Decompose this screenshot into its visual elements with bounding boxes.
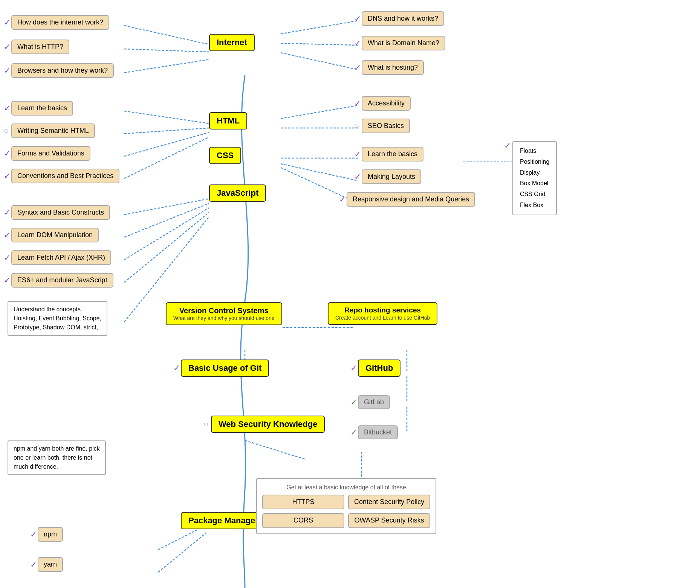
dom-item: Learn DOM Manipulation xyxy=(11,228,99,242)
check-bitbucket: ✓ xyxy=(350,428,357,437)
check-npm: ✓ xyxy=(30,530,37,539)
internet-left-1: ✓ How does the internet work? xyxy=(11,15,109,30)
js-box: JavaScript xyxy=(209,184,266,202)
check-gitlab: ✓ xyxy=(350,398,357,407)
seo-item: SEO Basics xyxy=(362,119,410,133)
fetch-item: Learn Fetch API / Ajax (XHR) xyxy=(11,250,111,265)
html-box: HTML xyxy=(209,112,247,129)
css-sublist-box: FloatsPositioningDisplayBox ModelCSS Gri… xyxy=(512,141,557,215)
check-conventions: ✓ xyxy=(4,171,11,181)
check-github: ✓ xyxy=(350,363,357,373)
svg-line-9 xyxy=(124,137,209,178)
internet-right-2: ✓ What is Domain Name? xyxy=(362,36,445,50)
html-right-2: ○ SEO Basics xyxy=(362,119,410,133)
check-accessibility: ✓ xyxy=(354,99,361,108)
svg-line-26 xyxy=(245,440,305,459)
check-icon-r1: ✓ xyxy=(354,14,361,24)
internet-node: Internet xyxy=(209,34,255,51)
bitbucket-node: ✓ Bitbucket xyxy=(358,425,398,439)
github-box: GitHub xyxy=(358,360,400,377)
check-icon-3: ✓ xyxy=(4,66,11,76)
svg-line-13 xyxy=(281,164,358,181)
github-label: GitHub xyxy=(365,363,393,373)
npm-box: npm xyxy=(38,527,63,542)
repo-hosting-sub: Create account and Learn to use GitHub xyxy=(335,315,430,321)
internet-right-3: ✓ What is hosting? xyxy=(362,60,424,75)
owasp-item: OWASP Security Risks xyxy=(348,513,430,528)
check-icon-r3: ✓ xyxy=(354,63,361,73)
check-icon-r2: ✓ xyxy=(354,38,361,48)
check-yarn: ✓ xyxy=(30,560,37,570)
security-details-title: Get at least a basic knowledge of all of… xyxy=(262,484,430,491)
html-left-3: ✓ Forms and Validations xyxy=(11,146,90,161)
vcs-sub: What are they and why you should use one xyxy=(173,315,275,321)
web-security-label: Web Security Knowledge xyxy=(219,419,317,429)
bitbucket-box: Bitbucket xyxy=(358,425,398,439)
js-concepts: Understand the concepts Hoisting, Event … xyxy=(8,301,107,336)
html-left-2: ○ Writing Semantic HTML xyxy=(11,123,95,138)
check-learn-basics: ✓ xyxy=(4,104,11,113)
npm-node: ✓ npm xyxy=(38,527,63,542)
js-left-4: ✓ ES6+ and modular JavaScript xyxy=(11,273,113,288)
conventions-item: Conventions and Best Practices xyxy=(11,169,119,183)
css-right-1: ✓ Learn the basics xyxy=(362,147,423,161)
css-sublist: ✓ FloatsPositioningDisplayBox ModelCSS G… xyxy=(512,141,557,215)
check-icon-2: ✓ xyxy=(4,42,11,52)
check-seo: ○ xyxy=(354,121,359,131)
svg-line-7 xyxy=(124,128,209,134)
check-es6: ✓ xyxy=(4,276,11,285)
internet-label: Internet xyxy=(217,38,247,47)
forms-item: Forms and Validations xyxy=(11,146,90,161)
repo-hosting-label: Repo hosting services xyxy=(335,306,430,315)
https-item: HTTPS xyxy=(262,495,344,509)
css-basics-item: Learn the basics xyxy=(362,147,423,161)
check-css-basics: ✓ xyxy=(354,149,361,159)
accessibility-item: Accessibility xyxy=(362,96,411,111)
semantic-html-item: Writing Semantic HTML xyxy=(11,123,95,138)
npm-note-box: npm and yarn both are fine, pickone or l… xyxy=(8,440,106,475)
html-node: HTML xyxy=(209,112,247,129)
check-fetch: ✓ xyxy=(4,253,11,263)
security-details-node: Get at least a basic knowledge of all of… xyxy=(256,478,436,534)
git-box: Basic Usage of Git xyxy=(181,360,269,377)
js-left-3: ✓ Learn Fetch API / Ajax (XHR) xyxy=(11,250,111,265)
svg-line-10 xyxy=(281,105,358,119)
repo-hosting-node: Repo hosting services Create account and… xyxy=(328,302,437,325)
svg-line-18 xyxy=(124,208,209,260)
svg-line-8 xyxy=(124,133,209,156)
gitlab-box: GitLab xyxy=(358,395,390,409)
check-semantic: ○ xyxy=(4,126,9,136)
vcs-box: Version Control Systems What are they an… xyxy=(166,302,282,325)
svg-line-5 xyxy=(281,53,358,70)
internet-item-2: What is HTTP? xyxy=(11,40,69,54)
web-security-box: Web Security Knowledge xyxy=(211,416,325,433)
js-node: JavaScript xyxy=(209,184,266,202)
js-concepts-box: Understand the concepts Hoisting, Event … xyxy=(8,301,107,336)
responsive-item: Responsive design and Media Queries xyxy=(347,192,475,207)
svg-line-28 xyxy=(158,533,206,572)
svg-line-4 xyxy=(281,43,358,45)
csp-item: Content Security Policy xyxy=(348,495,430,509)
internet-item-3: Browsers and how they work? xyxy=(11,63,114,78)
syntax-item: Syntax and Basic Constructs xyxy=(11,205,110,220)
css-node: CSS xyxy=(209,147,241,164)
internet-item-1: How does the internet work? xyxy=(11,15,109,30)
npm-note: npm and yarn both are fine, pickone or l… xyxy=(8,440,106,475)
vcs-node: Version Control Systems What are they an… xyxy=(166,302,282,325)
package-managers-label: Package Managers xyxy=(188,516,263,525)
check-websec: ○ xyxy=(203,419,208,429)
check-sublist: ✓ xyxy=(504,141,511,151)
html-right-1: ✓ Accessibility xyxy=(362,96,411,111)
html-left-4: ✓ Conventions and Best Practices xyxy=(11,169,119,183)
hosting-item: What is hosting? xyxy=(362,60,424,75)
check-forms: ✓ xyxy=(4,149,11,158)
security-details-box: Get at least a basic knowledge of all of… xyxy=(256,478,436,534)
learn-basics-item: Learn the basics xyxy=(11,101,73,116)
github-node: ✓ GitHub xyxy=(358,360,400,377)
svg-line-6 xyxy=(124,111,209,123)
check-layouts: ✓ xyxy=(354,172,361,182)
check-responsive: ✓ xyxy=(339,195,346,204)
svg-line-3 xyxy=(281,21,358,34)
js-left-1: ✓ Syntax and Basic Constructs xyxy=(11,205,110,220)
svg-line-16 xyxy=(124,199,209,215)
